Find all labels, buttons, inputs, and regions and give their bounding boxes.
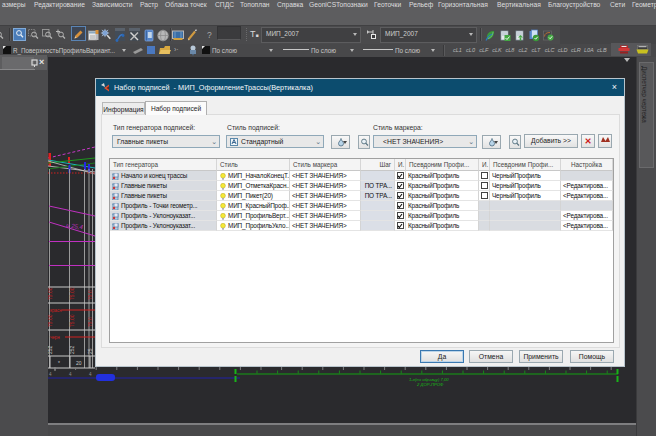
svg-text:*: * xyxy=(58,360,60,366)
svg-text:75.00: 75.00 xyxy=(69,287,75,300)
svg-text:1-я(по образцу) 7,00: 1-я(по образцу) 7,00 xyxy=(409,377,449,382)
svg-text:75.00: 75.00 xyxy=(48,314,53,327)
svg-text:20: 20 xyxy=(76,360,82,366)
svg-text:4: 4 xyxy=(89,372,92,377)
svg-text:252: 252 xyxy=(69,345,75,354)
svg-text:черн: черн xyxy=(50,335,60,340)
svg-text:75.0: 75.0 xyxy=(87,317,93,327)
svg-text:и 25,4: и 25,4 xyxy=(66,222,84,230)
svg-text:75.00: 75.00 xyxy=(69,314,75,327)
svg-text:25: 25 xyxy=(87,348,93,354)
svg-text:4: 4 xyxy=(49,372,52,377)
svg-text:2 ДОР-ПРОФ: 2 ДОР-ПРОФ xyxy=(416,382,444,387)
svg-text:252: 252 xyxy=(48,345,53,354)
svg-text:75.0: 75.0 xyxy=(87,290,93,300)
svg-text:75.00: 75.00 xyxy=(48,287,53,300)
svg-text:красн: красн xyxy=(50,308,62,313)
svg-text:4: 4 xyxy=(69,372,72,377)
